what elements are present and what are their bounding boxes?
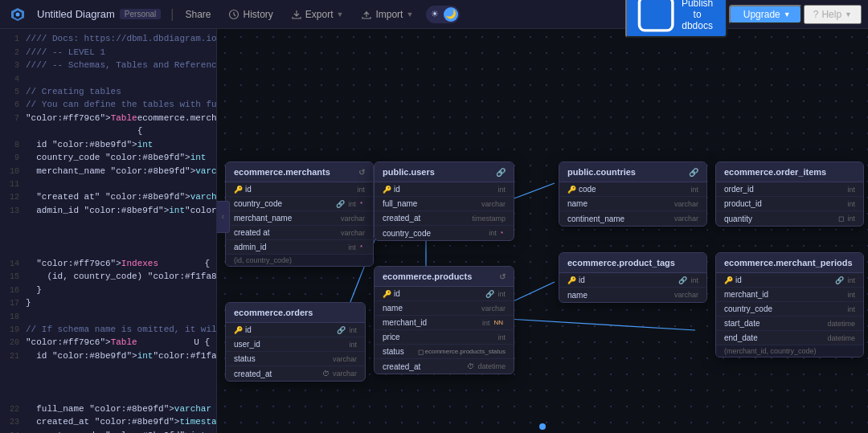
table-row[interactable]: status ◻ ecommerce.products_status [375, 345, 514, 359]
status-icon: ◻ [418, 348, 424, 356]
table-row[interactable]: 🔑 id int [375, 182, 514, 197]
key-icon: 🔑 [567, 186, 576, 194]
code-editor[interactable]: 1//// Docs: https://dbml.dbdiagram.io/do… [0, 29, 217, 433]
code-line: 13 admin_id "color:#8be9fd">int "color:#… [0, 204, 216, 257]
svg-point-2 [16, 12, 20, 16]
table-row[interactable]: admin_id int * [226, 240, 373, 255]
code-line: 21 id "color:#8be9fd">int "color:#f1fa8c… [0, 349, 216, 402]
key-icon: 🔑 [383, 186, 391, 194]
page-indicator [539, 423, 546, 430]
users-icon: 🔗 [496, 168, 506, 177]
history-icon [228, 9, 240, 20]
code-line: 2//// -- LEVEL 1 [0, 46, 216, 59]
link-icon: 🔗 [336, 200, 345, 208]
table-row[interactable]: name varchar [559, 288, 706, 302]
table-row[interactable]: order_id int [716, 182, 863, 197]
dark-mode-icon[interactable]: 🌙 [444, 7, 458, 22]
table-row[interactable]: merchant_name varchar [226, 211, 373, 226]
table-row[interactable]: created_at ⏱ varchar [226, 366, 365, 381]
table-row[interactable]: 🔑 id int [226, 182, 373, 197]
table-row[interactable]: status varchar [226, 352, 365, 366]
products-header: ecommerce.products ↺ [375, 267, 514, 287]
clock-icon: ⏱ [467, 362, 474, 370]
product-tags-table[interactable]: ecommerce.product_tags 🔑 id 🔗 int name v… [559, 252, 707, 303]
table-row[interactable]: price int [375, 330, 514, 345]
code-line: 11 [0, 178, 216, 190]
code-line: 23 created_at "color:#8be9fd">timestamp [0, 415, 216, 429]
table-row[interactable]: name varchar [375, 301, 514, 316]
export-icon [291, 9, 302, 20]
code-line: 9 country_code "color:#8be9fd">int [0, 151, 216, 165]
code-line: 3//// -- Schemas, Tables and References [0, 59, 216, 72]
code-line: 19// If schema name is omitted, it will … [0, 323, 216, 337]
table-row[interactable]: created_at ⏱ datetime [375, 359, 514, 374]
table-row[interactable]: end_date datetime [716, 331, 863, 345]
table-row[interactable]: merchant_id int [716, 288, 863, 302]
order-items-table[interactable]: ecommerce.order_items order_id int produ… [715, 161, 864, 227]
code-line: 17} [0, 296, 216, 310]
collapse-panel-button[interactable]: ‹ [217, 201, 230, 233]
products-icon: ↺ [499, 272, 506, 281]
merchants-header: ecommerce.merchants ↺ [226, 162, 373, 182]
table-row[interactable]: country_code int [716, 302, 863, 317]
table-row[interactable]: continent_name varchar [559, 211, 706, 226]
diagram-title-area: Untitled Diagram Personal [31, 8, 167, 20]
import-button[interactable]: Import ▼ [353, 6, 421, 22]
code-line: 8 id "color:#8be9fd">int [0, 138, 216, 152]
import-icon [361, 9, 372, 20]
users-table[interactable]: public.users 🔗 🔑 id int full_name varcha… [374, 161, 514, 241]
clock-icon: ⏱ [322, 370, 330, 378]
light-mode-icon[interactable]: ☀ [428, 7, 442, 22]
share-button[interactable]: Share [177, 6, 219, 22]
topbar: Untitled Diagram Personal | Share Histor… [0, 0, 868, 29]
merchant-periods-header: ecommerce.merchant_periods [716, 253, 863, 273]
table-row[interactable]: 🔑 id 🔗 int [716, 273, 863, 288]
table-row[interactable]: country_code int * [375, 226, 514, 240]
table-row[interactable]: quantity ◻ int [716, 211, 863, 226]
table-row[interactable]: product_id int [716, 197, 863, 211]
diagram-canvas[interactable]: ecommerce.merchants ↺ 🔑 id int country_c… [217, 29, 868, 433]
code-line: 18 [0, 310, 216, 323]
product-tags-header: ecommerce.product_tags [559, 253, 706, 273]
table-row[interactable]: 🔑 id 🔗 int [375, 287, 514, 301]
order-items-header: ecommerce.order_items [716, 162, 863, 182]
countries-header: public.countries 🔗 [559, 162, 706, 182]
theme-toggle[interactable]: ☀ 🌙 [426, 6, 460, 23]
table-row[interactable]: country_code 🔗 int * [226, 197, 373, 211]
export-button[interactable]: Export ▼ [283, 6, 352, 22]
svg-line-12 [494, 318, 695, 330]
history-button[interactable]: History [220, 6, 280, 22]
table-row[interactable]: 🔑 code int [559, 182, 706, 197]
table-row[interactable]: merchant_id int NN [375, 316, 514, 330]
table-row[interactable]: 🔑 id 🔗 int [559, 273, 706, 288]
code-line: 20"color:#ff79c6">Table U { [0, 336, 216, 349]
upgrade-button[interactable]: Upgrade ▼ [729, 5, 802, 24]
table-row[interactable]: full_name varchar [375, 197, 514, 211]
table-row[interactable]: user_id int [226, 337, 365, 352]
diagram-title[interactable]: Untitled Diagram [37, 8, 115, 20]
orders-table[interactable]: ecommerce.orders 🔑 id 🔗 int user_id int … [225, 302, 366, 382]
merchants-icon: ↺ [358, 168, 365, 177]
countries-table[interactable]: public.countries 🔗 🔑 code int name varch… [559, 161, 707, 227]
app-logo[interactable] [6, 3, 29, 26]
code-line: 15 (id, country_code) "color:#f1fa8c">[p… [0, 270, 216, 284]
quantity-icon: ◻ [838, 214, 844, 223]
table-row[interactable]: start_date datetime [716, 317, 863, 331]
merchants-table[interactable]: ecommerce.merchants ↺ 🔑 id int country_c… [225, 161, 374, 267]
code-line: 22 full_name "color:#8be9fd">varchar [0, 402, 216, 416]
table-row[interactable]: created_at timestamp [375, 211, 514, 226]
index-row: (merchant_id, country_code) [716, 345, 863, 357]
code-line: 1//// Docs: https://dbml.dbdiagram.io/do… [0, 32, 216, 46]
key-icon: 🔑 [567, 276, 576, 284]
table-row[interactable]: 🔑 id 🔗 int [226, 323, 365, 337]
table-row[interactable]: name varchar [559, 197, 706, 211]
products-table[interactable]: ecommerce.products ↺ 🔑 id 🔗 int name var… [374, 266, 514, 374]
code-line: 24 country_code "color:#8be9fd">int [0, 429, 216, 434]
code-line: 7"color:#ff79c6">Table ecommerce.merchan… [0, 112, 216, 138]
merchant-periods-table[interactable]: ecommerce.merchant_periods 🔑 id 🔗 int me… [715, 252, 864, 357]
users-header: public.users 🔗 [375, 162, 514, 182]
key-icon: 🔑 [234, 186, 243, 194]
publish-button[interactable]: Publish to dbdocs [625, 0, 727, 38]
table-row[interactable]: created at varchar [226, 226, 373, 240]
help-button[interactable]: ? Help ▼ [804, 5, 862, 24]
